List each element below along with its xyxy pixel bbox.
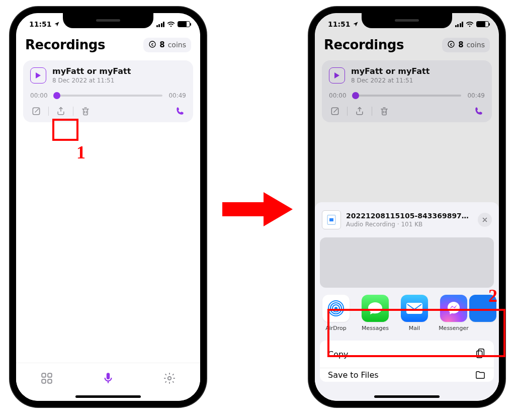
coins-value: 8 (458, 40, 463, 49)
location-icon (54, 21, 60, 27)
page-header: Recordings c 8 coins (16, 35, 200, 56)
coins-badge[interactable]: c 8 coins (442, 38, 490, 52)
location-icon (353, 21, 359, 27)
share-actions-list: Copy Save to Files (320, 341, 494, 382)
svg-rect-13 (329, 218, 333, 221)
share-app-label: Messages (362, 325, 389, 331)
svg-rect-3 (42, 373, 46, 377)
share-icon[interactable] (354, 105, 366, 117)
screen-left: 11:51 Recordings c 8 coins (16, 13, 200, 401)
annotation-label-1: 1 (76, 142, 85, 163)
share-app-messages[interactable]: Messages (360, 295, 390, 331)
menu-label: Copy (328, 350, 349, 359)
coin-icon: c (447, 40, 455, 50)
svg-rect-19 (478, 349, 484, 356)
share-header: 20221208115105-8433698977… Audio Recordi… (315, 205, 499, 235)
airdrop-icon (322, 295, 350, 322)
svg-rect-5 (42, 379, 46, 383)
svg-rect-4 (48, 373, 52, 377)
time-end: 00:49 (168, 92, 186, 99)
coins-label: coins (467, 41, 485, 49)
copy-icon (475, 348, 486, 361)
divider (73, 107, 73, 116)
share-app-label: Messenger (439, 325, 469, 331)
menu-label: Save to Files (328, 370, 379, 380)
status-time: 11:51 (328, 20, 351, 28)
page-title: Recordings (324, 37, 404, 52)
folder-icon (475, 370, 486, 381)
recording-title: myFatt or myFatt (52, 66, 131, 76)
arrow-icon (222, 190, 293, 228)
svg-point-8 (168, 376, 171, 380)
battery-icon (476, 21, 489, 27)
share-app-label: AirDrop (325, 325, 347, 331)
edit-icon[interactable] (329, 105, 341, 117)
status-time: 11:51 (29, 20, 52, 28)
file-thumb-icon (322, 210, 341, 229)
svg-rect-6 (48, 379, 52, 383)
divider (347, 107, 348, 116)
wifi-icon (167, 21, 175, 27)
edit-icon[interactable] (30, 105, 42, 117)
share-app-mail[interactable]: Mail (399, 295, 430, 331)
call-icon[interactable] (174, 105, 186, 117)
svg-rect-7 (107, 373, 110, 379)
recording-date: 8 Dec 2022 at 11:51 (52, 77, 131, 84)
divider (48, 107, 49, 116)
coins-value: 8 (159, 40, 164, 49)
play-button[interactable] (30, 67, 46, 83)
delete-icon[interactable] (378, 105, 390, 117)
messenger-icon (440, 295, 467, 322)
coins-badge[interactable]: c 8 coins (143, 38, 191, 52)
play-button[interactable] (329, 67, 345, 83)
messages-icon (362, 295, 389, 322)
tab-apps[interactable] (40, 372, 53, 387)
svg-text:c: c (450, 42, 453, 46)
svg-rect-18 (406, 303, 422, 314)
phone-right: 11:51 Recordings c 8 coins (309, 7, 505, 407)
time-start: 00:00 (30, 92, 48, 99)
home-indicator[interactable] (75, 395, 141, 398)
recording-card: myFatt or myFatt 8 Dec 2022 at 11:51 00:… (322, 60, 492, 122)
divider (372, 107, 372, 116)
battery-icon (178, 21, 190, 27)
delete-icon[interactable] (79, 105, 92, 117)
recording-card: myFatt or myFatt 8 Dec 2022 at 11:51 00:… (23, 60, 193, 122)
tab-settings[interactable] (163, 372, 176, 387)
share-app-more[interactable] (478, 295, 488, 331)
annotation-label-2: 2 (488, 285, 497, 306)
svg-text:c: c (151, 42, 154, 46)
cellular-icon (156, 22, 165, 27)
mail-icon (401, 295, 428, 322)
seek-slider[interactable] (54, 95, 163, 97)
close-share-button[interactable] (478, 213, 492, 227)
share-contacts-row[interactable] (320, 237, 494, 288)
share-file-sub: Audio Recording · 101 KB (346, 221, 473, 228)
recording-date: 8 Dec 2022 at 11:51 (351, 77, 430, 84)
coins-label: coins (168, 41, 186, 49)
recording-title: myFatt or myFatt (351, 66, 430, 76)
seek-slider[interactable] (353, 95, 462, 97)
wifi-icon (466, 21, 474, 27)
share-action-copy[interactable]: Copy (320, 341, 494, 368)
share-sheet: 20221208115105-8433698977… Audio Recordi… (315, 202, 499, 401)
svg-point-14 (334, 307, 337, 310)
share-app-label: Mail (409, 325, 420, 331)
tab-record[interactable] (102, 372, 115, 387)
cellular-icon (455, 22, 464, 27)
call-icon[interactable] (473, 105, 485, 117)
time-end: 00:49 (467, 92, 485, 99)
page-title: Recordings (25, 37, 105, 52)
home-indicator[interactable] (374, 395, 440, 398)
page-header: Recordings c 8 coins (315, 35, 499, 56)
share-app-airdrop[interactable]: AirDrop (321, 295, 351, 331)
share-file-name: 20221208115105-8433698977… (346, 212, 473, 220)
share-action-savefiles[interactable]: Save to Files (320, 368, 494, 382)
coin-icon: c (148, 40, 156, 50)
notch (63, 13, 153, 28)
share-apps-row: AirDrop Messages Mail (315, 288, 499, 337)
svg-rect-20 (477, 351, 482, 358)
time-start: 00:00 (329, 92, 347, 99)
share-app-messenger[interactable]: Messenger (439, 295, 469, 331)
share-icon[interactable] (55, 105, 67, 117)
